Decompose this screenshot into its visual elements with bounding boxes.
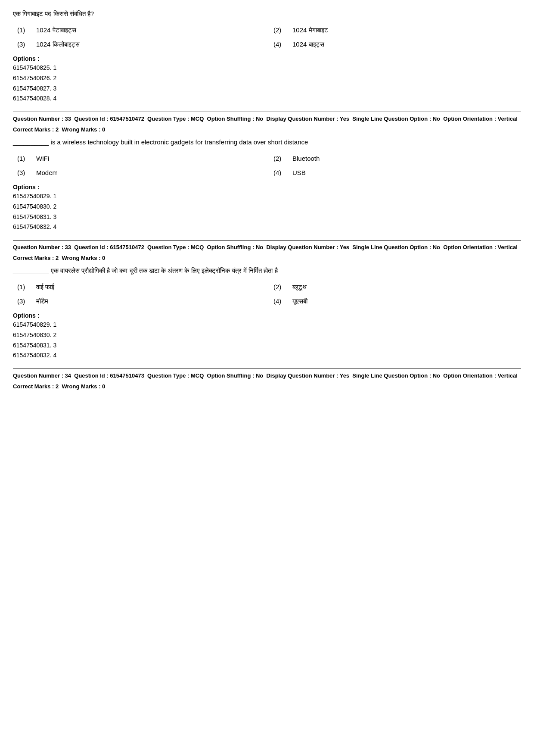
meta-block-q33-2: Question Number : 33 Question Id : 61547… [13, 240, 521, 252]
list-item: 61547540832. 4 [13, 350, 521, 361]
option-text: यूएसबी [292, 295, 307, 307]
options-label-q33-en: Options : [13, 184, 521, 191]
option-4-q33-en: (4) USB [273, 167, 521, 178]
meta-text: Question Number : 33 Question Id : 61547… [13, 116, 518, 122]
list-item: 61547540830. 2 [13, 202, 521, 212]
options-label-q32: Options : [13, 55, 521, 62]
option-num: (2) [273, 153, 286, 164]
list-item: 61547540832. 4 [13, 222, 521, 232]
list-item: 61547540830. 2 [13, 330, 521, 341]
meta-text: Question Number : 34 Question Id : 61547… [13, 372, 518, 379]
option-num: (2) [273, 24, 286, 36]
option-text: Bluetooth [292, 153, 320, 164]
option-text: ब्लूटूथ [292, 281, 307, 293]
option-3-q32: (3) 1024 किलोबाइट्स [17, 38, 265, 50]
question-block-q33-en: __________ is a wireless technology buil… [13, 137, 521, 232]
option-4-q33-hi: (4) यूएसबी [273, 295, 521, 307]
list-item: 61547540827. 3 [13, 84, 521, 94]
correct-marks-q33-2: Correct Marks : 2 Wrong Marks : 0 [13, 255, 521, 261]
meta-block-q34: Question Number : 34 Question Id : 61547… [13, 369, 521, 381]
correct-marks-q33-1: Correct Marks : 2 Wrong Marks : 0 [13, 126, 521, 133]
question-text-q33-hi: __________ एक वायरलेस प्रौद्योगिकी है जो… [13, 266, 521, 276]
option-num: (4) [273, 167, 286, 178]
options-list-q33-hi: 61547540829. 1 61547540830. 2 6154754083… [13, 320, 521, 361]
option-num: (4) [273, 38, 286, 50]
option-num: (4) [273, 295, 286, 307]
option-3-q33-hi: (3) मॉडेम [17, 295, 265, 307]
option-text: 1024 मेगाबाइट [292, 24, 328, 36]
option-num: (1) [17, 153, 29, 164]
option-text: USB [292, 167, 306, 178]
option-num: (1) [17, 24, 29, 36]
list-item: 61547540831. 3 [13, 212, 521, 222]
list-item: 61547540829. 1 [13, 320, 521, 330]
option-1-q33-en: (1) WiFi [17, 153, 265, 164]
option-text: 1024 किलोबाइट्स [36, 38, 80, 50]
option-2-q33-hi: (2) ब्लूटूथ [273, 281, 521, 293]
list-item: 61547540829. 1 [13, 191, 521, 202]
option-text: वाई फाई [36, 281, 54, 293]
correct-marks-q34: Correct Marks : 2 Wrong Marks : 0 [13, 383, 521, 390]
option-2-q33-en: (2) Bluetooth [273, 153, 521, 164]
meta-block-q33-1: Question Number : 33 Question Id : 61547… [13, 112, 521, 124]
option-text: 1024 पेटाबाइट्स [36, 24, 76, 36]
options-grid-q33-hi: (1) वाई फाई (2) ब्लूटूथ (3) मॉडेम (4) यू… [17, 281, 521, 307]
option-num: (1) [17, 281, 29, 293]
question-block-q33-hi: __________ एक वायरलेस प्रौद्योगिकी है जो… [13, 266, 521, 361]
options-grid-q32: (1) 1024 पेटाबाइट्स (2) 1024 मेगाबाइट (3… [17, 24, 521, 50]
option-1-q33-hi: (1) वाई फाई [17, 281, 265, 293]
options-list-q33-en: 61547540829. 1 61547540830. 2 6154754083… [13, 191, 521, 232]
option-2-q32: (2) 1024 मेगाबाइट [273, 24, 521, 36]
list-item: 61547540828. 4 [13, 94, 521, 104]
option-num: (3) [17, 38, 29, 50]
option-num: (3) [17, 295, 29, 307]
meta-text: Question Number : 33 Question Id : 61547… [13, 244, 518, 250]
option-text: Modem [36, 167, 58, 178]
option-num: (3) [17, 167, 29, 178]
question-text-q33-en: __________ is a wireless technology buil… [13, 137, 521, 147]
options-grid-q33-en: (1) WiFi (2) Bluetooth (3) Modem (4) USB [17, 153, 521, 178]
list-item: 61547540826. 2 [13, 73, 521, 84]
question-text-q32: एक गिगाबाइट पद किससे संबंधित है? [13, 9, 521, 19]
options-label-q33-hi: Options : [13, 312, 521, 319]
option-text: WiFi [36, 153, 49, 164]
option-1-q32: (1) 1024 पेटाबाइट्स [17, 24, 265, 36]
option-3-q33-en: (3) Modem [17, 167, 265, 178]
list-item: 61547540831. 3 [13, 341, 521, 351]
option-4-q32: (4) 1024 बाइट्स [273, 38, 521, 50]
options-list-q32: 61547540825. 1 61547540826. 2 6154754082… [13, 63, 521, 104]
question-block-q32: एक गिगाबाइट पद किससे संबंधित है? (1) 102… [13, 9, 521, 104]
option-num: (2) [273, 281, 286, 293]
option-text: मॉडेम [36, 295, 48, 307]
option-text: 1024 बाइट्स [292, 38, 324, 50]
list-item: 61547540825. 1 [13, 63, 521, 73]
